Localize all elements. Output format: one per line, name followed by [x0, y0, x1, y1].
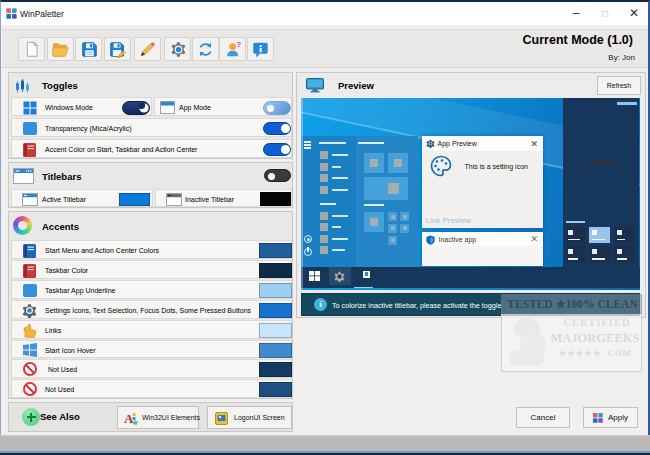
svg-text:?: ? — [236, 41, 241, 49]
